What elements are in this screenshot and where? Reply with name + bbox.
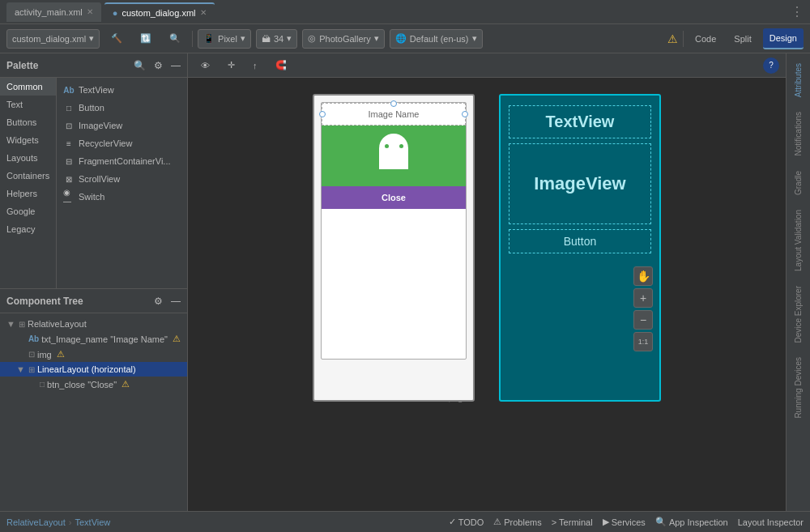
dialog-image-area — [322, 126, 466, 186]
tree-node-btn-close[interactable]: □ btn_close "Close" ⚠ — [0, 377, 187, 392]
title-bar-menu[interactable]: ⋮ — [791, 4, 804, 19]
tab-activity[interactable]: activity_main.xml ✕ — [6, 2, 101, 22]
canvas-toolbar: 👁 ✛ ↑ 🧲 ? — [188, 53, 786, 78]
palette-settings-icon[interactable]: ⚙ — [154, 60, 163, 71]
palette-title: Palette — [6, 60, 129, 71]
tree-settings-icon[interactable]: ⚙ — [154, 296, 163, 307]
android-body — [379, 153, 408, 169]
palette-item-recyclerview[interactable]: ≡ RecyclerView — [57, 134, 187, 152]
palette-cat-google[interactable]: Google — [0, 202, 56, 220]
btn-zoom-fit[interactable]: 🔍 — [163, 28, 187, 49]
preview-textview: TextView — [509, 105, 651, 138]
palette-item-scrollview[interactable]: ⊠ ScrollView — [57, 170, 187, 188]
palette-cat-containers[interactable]: Containers — [0, 167, 56, 185]
left-panel: Palette 🔍 ⚙ — Common Text Buttons Widget… — [0, 53, 188, 511]
theme-dropdown[interactable]: ◎ PhotoGallery ▾ — [302, 29, 385, 49]
relativelayout-icon: ⊞ — [19, 320, 25, 329]
btn-help[interactable]: ? — [763, 57, 779, 74]
large-preview: TextView ImageView Button ✋ + − 1:1 — [499, 94, 661, 402]
right-tab-attributes[interactable]: Attributes — [791, 57, 806, 104]
expand-linearlayout[interactable]: ▼ — [16, 364, 26, 374]
tab-custom[interactable]: ● custom_dialog.xml ✕ — [104, 2, 215, 22]
bottom-bar: RelativeLayout › TextView ✓ TODO ⚠ Probl… — [0, 511, 810, 532]
palette-header: Palette 🔍 ⚙ — — [0, 53, 187, 78]
palette-search-icon[interactable]: 🔍 — [134, 60, 146, 71]
file-dropdown[interactable]: custom_dialog.xml ▾ — [6, 29, 100, 49]
zoom-controls: ✋ + − 1:1 — [633, 266, 653, 351]
palette-close-icon[interactable]: — — [171, 60, 181, 71]
device-dropdown[interactable]: 📱 Pixel ▾ — [198, 29, 251, 49]
palette-item-textview[interactable]: Ab TextView — [57, 81, 187, 99]
palette-cat-widgets[interactable]: Widgets — [0, 131, 56, 149]
dialog-title-row: Image Name — [322, 103, 466, 126]
tree-collapse-icon[interactable]: — — [171, 296, 181, 307]
tree-node-txt-image-name[interactable]: Ab txt_Image_name "Image Name" ⚠ — [0, 331, 187, 347]
hand-tool-btn[interactable]: ✋ — [633, 266, 653, 286]
dialog-close-button[interactable]: Close — [322, 186, 466, 209]
button-icon: □ — [63, 102, 75, 113]
warning-icon[interactable]: ⚠ — [667, 32, 678, 45]
palette-item-fragmentcontainer[interactable]: ⊟ FragmentContainerVi... — [57, 152, 187, 170]
palette-cat-text[interactable]: Text — [0, 96, 56, 113]
terminal-tab[interactable]: > Terminal — [552, 517, 593, 527]
top-toolbar: custom_dialog.xml ▾ 🔨 🔃 🔍 📱 Pixel ▾ 🏔 34… — [0, 24, 810, 53]
problems-tab[interactable]: ⚠ Problems — [493, 517, 541, 527]
android-eye-right — [399, 144, 403, 148]
dialog-box: Image Name — [321, 102, 467, 360]
app-inspection-tab[interactable]: 🔍 App Inspection — [655, 517, 728, 527]
breadcrumb-relativelayout[interactable]: RelativeLayout — [6, 517, 66, 527]
right-tab-gradle[interactable]: Gradle — [791, 164, 806, 202]
right-tab-layout-validation[interactable]: Layout Validation — [791, 203, 806, 278]
palette-cat-buttons[interactable]: Buttons — [0, 113, 56, 131]
palette-item-button[interactable]: □ Button — [57, 99, 187, 117]
zoom-out-btn[interactable]: − — [633, 310, 653, 330]
handle-right[interactable] — [462, 111, 468, 117]
android-eye-left — [385, 144, 389, 148]
preview-button: Button — [509, 229, 651, 253]
right-tab-device-explorer[interactable]: Device Explorer — [791, 279, 806, 350]
palette-item-imageview[interactable]: ⊡ ImageView — [57, 117, 187, 134]
todo-icon: ✓ — [449, 517, 456, 527]
zoom-in-btn[interactable]: + — [633, 288, 653, 308]
dialog-title: Image Name — [369, 109, 420, 119]
expand-relativelayout[interactable]: ▼ — [6, 319, 16, 329]
right-sidebar: Attributes Notifications Gradle Layout V… — [786, 53, 810, 511]
tab-custom-close[interactable]: ✕ — [200, 8, 207, 17]
todo-tab[interactable]: ✓ TODO — [449, 517, 484, 527]
tab-activity-label: activity_main.xml — [15, 7, 83, 17]
btn-eye[interactable]: 👁 — [194, 55, 216, 76]
tree-node-linearlayout[interactable]: ▼ ⊞ LinearLayout (horizontal) — [0, 362, 187, 377]
btn-move[interactable]: ✛ — [221, 55, 241, 76]
services-tab[interactable]: ▶ Services — [603, 517, 646, 527]
tree-node-relativelayout[interactable]: ▼ ⊞ RelativeLayout — [0, 317, 187, 331]
btn-code[interactable]: Code — [688, 28, 723, 49]
breadcrumb-textview[interactable]: TextView — [75, 517, 110, 527]
palette-cat-legacy[interactable]: Legacy — [0, 220, 56, 238]
btn-magnet[interactable]: 🧲 — [269, 55, 293, 76]
recyclerview-icon: ≡ — [63, 138, 75, 149]
switch-icon: ◉— — [63, 191, 75, 202]
palette-item-switch[interactable]: ◉— Switch — [57, 188, 187, 206]
tab-activity-close[interactable]: ✕ — [87, 7, 93, 16]
btn-build[interactable]: 🔨 — [104, 28, 129, 49]
btn-split[interactable]: Split — [727, 28, 757, 49]
imageview-icon: ⊡ — [63, 120, 75, 131]
palette-cat-helpers[interactable]: Helpers — [0, 185, 56, 202]
api-dropdown[interactable]: 🏔 34 ▾ — [256, 29, 297, 49]
palette-cat-common[interactable]: Common — [0, 78, 56, 96]
handle-left[interactable] — [319, 111, 326, 117]
btn-design[interactable]: Design — [763, 28, 804, 49]
tree-header: Component Tree ⚙ — — [0, 289, 187, 313]
right-tab-notifications[interactable]: Notifications — [791, 105, 806, 162]
sep1 — [192, 31, 193, 47]
palette-cat-layouts[interactable]: Layouts — [0, 149, 56, 167]
palette-categories: Common Text Buttons Widgets Layouts Cont… — [0, 78, 57, 288]
tree-node-img[interactable]: ⊡ img ⚠ — [0, 347, 187, 362]
layout-inspector-btn[interactable]: Layout Inspector — [738, 517, 804, 527]
btn-refresh[interactable]: 🔃 — [134, 28, 158, 49]
locale-dropdown[interactable]: 🌐 Default (en-us) ▾ — [390, 29, 483, 49]
palette-content: Common Text Buttons Widgets Layouts Cont… — [0, 78, 187, 288]
handle-top[interactable] — [390, 100, 397, 107]
btn-up[interactable]: ↑ — [246, 55, 264, 76]
right-tab-running-devices[interactable]: Running Devices — [791, 351, 806, 425]
